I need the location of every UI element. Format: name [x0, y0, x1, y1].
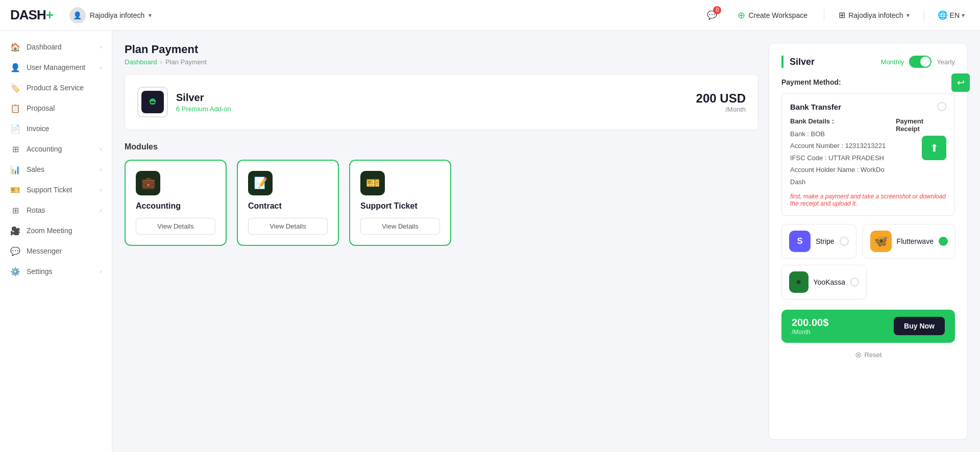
sidebar-item-product-service[interactable]: 🏷️ Product & Service	[0, 78, 112, 98]
sidebar-item-left: 📄 Invoice	[10, 123, 49, 134]
billing-toggle[interactable]: Monthly Yearly	[881, 56, 955, 68]
payment-receipt-label: Payment Receipt	[896, 117, 946, 133]
payment-method-label: Payment Method:	[781, 78, 955, 86]
module-icon-wrap: 📝	[248, 171, 273, 195]
breadcrumb-separator: ›	[160, 58, 162, 66]
module-name: Support Ticket	[360, 202, 440, 211]
sidebar-item-support-ticket[interactable]: 🎫 Support Ticket ›	[0, 180, 112, 200]
view-details-button[interactable]: View Details	[136, 218, 215, 235]
sidebar-item-left: ⊞ Rotas	[10, 205, 45, 215]
sidebar-item-left: ⊞ Accounting	[10, 144, 62, 154]
flutterwave-option[interactable]: 🦋 Flutterwave	[863, 224, 955, 259]
sidebar-icon-messenger: 💬	[10, 246, 20, 256]
buy-price-value: 200.00$	[792, 317, 828, 329]
sidebar-icon-settings: ⚙️	[10, 266, 20, 277]
sidebar-item-proposal[interactable]: 📋 Proposal	[0, 98, 112, 118]
workspace-switch-button[interactable]: ⊞ Rajodiya infotech ▾	[832, 7, 915, 23]
sidebar-label-messenger: Messenger	[27, 247, 62, 255]
sidebar-item-left: 👤 User Management	[10, 62, 85, 72]
view-details-button[interactable]: View Details	[360, 218, 440, 235]
sidebar-item-messenger[interactable]: 💬 Messenger	[0, 241, 112, 261]
sidebar-label-support-ticket: Support Ticket	[27, 186, 72, 194]
buy-bar[interactable]: 200.00$ /Month Buy Now	[781, 310, 955, 343]
page-title: Plan Payment	[125, 43, 758, 56]
notification-button[interactable]: 💬 0	[703, 6, 721, 24]
bank-details-label: Bank Details :	[790, 117, 896, 125]
breadcrumb-current: Plan Payment	[165, 58, 207, 66]
sidebar-item-zoom-meeting[interactable]: 🎥 Zoom Meeting	[0, 220, 112, 241]
module-card-accounting[interactable]: 💼 Accounting View Details	[125, 160, 227, 246]
sidebar-item-dashboard[interactable]: 🏠 Dashboard ›	[0, 37, 112, 57]
buy-now-button[interactable]: Buy Now	[894, 317, 945, 335]
chevron-down-icon: ▾	[149, 12, 152, 19]
logo-text: DASH+	[10, 7, 53, 23]
bank-transfer-radio[interactable]	[937, 102, 946, 111]
module-card-contract[interactable]: 📝 Contract View Details	[237, 160, 339, 246]
avatar: 👤	[69, 7, 86, 23]
sidebar-label-accounting: Accounting	[27, 145, 62, 153]
plan-logo	[137, 87, 168, 117]
payment-receipt-section: Payment Receipt ⬆	[896, 117, 946, 160]
module-icon-wrap: 💼	[136, 171, 160, 195]
yookassa-radio[interactable]	[850, 278, 859, 287]
billing-toggle-track[interactable]	[909, 56, 932, 68]
sidebar-item-left: 🏷️ Product & Service	[10, 83, 84, 93]
grid-icon: ⊞	[839, 10, 845, 20]
breadcrumb-home[interactable]: Dashboard	[125, 58, 157, 66]
plan-name: Silver	[176, 92, 231, 104]
chevron-icon: ›	[100, 146, 102, 152]
chevron-icon: ›	[100, 269, 102, 274]
sidebar-icon-user-management: 👤	[10, 62, 20, 72]
bank-transfer-header: Bank Transfer	[790, 102, 946, 111]
yookassa-name: YooKassa	[814, 278, 846, 286]
chevron-icon: ›	[100, 167, 102, 172]
bank-note: first, make a payment and take a screens…	[790, 193, 946, 207]
yookassa-option[interactable]: ● YooKassa	[781, 265, 867, 299]
sidebar-item-left: 🏠 Dashboard	[10, 42, 62, 52]
buy-price-period: /Month	[792, 329, 828, 336]
sidebar-item-left: 💬 Messenger	[10, 246, 62, 256]
back-button[interactable]: ↩	[951, 73, 970, 92]
workspace-selector[interactable]: 👤 Rajodiya infotech ▾	[63, 4, 158, 27]
sidebar-icon-support-ticket: 🎫	[10, 185, 20, 195]
sidebar-label-invoice: Invoice	[27, 124, 49, 133]
upload-receipt-button[interactable]: ⬆	[922, 136, 946, 160]
module-card-support-ticket[interactable]: 🎫 Support Ticket View Details	[349, 160, 451, 246]
sidebar-item-rotas[interactable]: ⊞ Rotas ›	[0, 200, 112, 220]
flutterwave-radio[interactable]	[939, 237, 948, 246]
chevron-icon: ›	[100, 208, 102, 213]
buy-price: 200.00$ /Month	[792, 317, 828, 336]
view-details-button[interactable]: View Details	[248, 218, 328, 235]
chevron-icon: ›	[100, 65, 102, 70]
notification-badge: 0	[713, 6, 721, 14]
chevron-icon: ›	[100, 187, 102, 193]
plan-price: 200 USD /Month	[696, 91, 746, 113]
sidebar-item-accounting[interactable]: ⊞ Accounting ›	[0, 139, 112, 159]
stripe-name: Stripe	[816, 237, 835, 245]
breadcrumb: Dashboard › Plan Payment	[125, 58, 758, 66]
sidebar-label-product-service: Product & Service	[27, 84, 84, 92]
sidebar: 🏠 Dashboard › 👤 User Management › 🏷️ Pro…	[0, 31, 112, 452]
sidebar-icon-sales: 📊	[10, 164, 20, 174]
sidebar-icon-dashboard: 🏠	[10, 42, 20, 52]
create-workspace-button[interactable]: ⊕ Create Workspace	[729, 6, 816, 25]
stripe-option[interactable]: S Stripe	[781, 224, 856, 259]
sidebar-item-sales[interactable]: 📊 Sales ›	[0, 159, 112, 180]
sidebar-label-user-management: User Management	[27, 63, 85, 71]
sidebar-item-user-management[interactable]: 👤 User Management ›	[0, 57, 112, 78]
module-icon: 📝	[254, 177, 267, 190]
module-name: Contract	[248, 202, 328, 211]
plan-addons: 6 Premium Add-on	[176, 105, 231, 113]
bank-info: Bank : BOB Account Number : 12313213221 …	[790, 128, 896, 188]
sidebar-item-invoice[interactable]: 📄 Invoice	[0, 118, 112, 139]
chevron-down-icon: ▾	[906, 12, 910, 19]
content-area: ↩ Plan Payment Dashboard › Plan Payment	[112, 31, 980, 452]
stripe-radio[interactable]	[840, 237, 849, 246]
language-button[interactable]: 🌐 EN ▾	[933, 7, 970, 23]
sidebar-label-dashboard: Dashboard	[27, 43, 62, 51]
toggle-thumb	[920, 57, 930, 67]
ifsc-code: IFSC Code : UTTAR PRADESH	[790, 152, 896, 164]
sidebar-label-sales: Sales	[27, 165, 44, 173]
sidebar-item-settings[interactable]: ⚙️ Settings ›	[0, 261, 112, 282]
reset-row[interactable]: ⊗ Reset	[781, 350, 955, 360]
